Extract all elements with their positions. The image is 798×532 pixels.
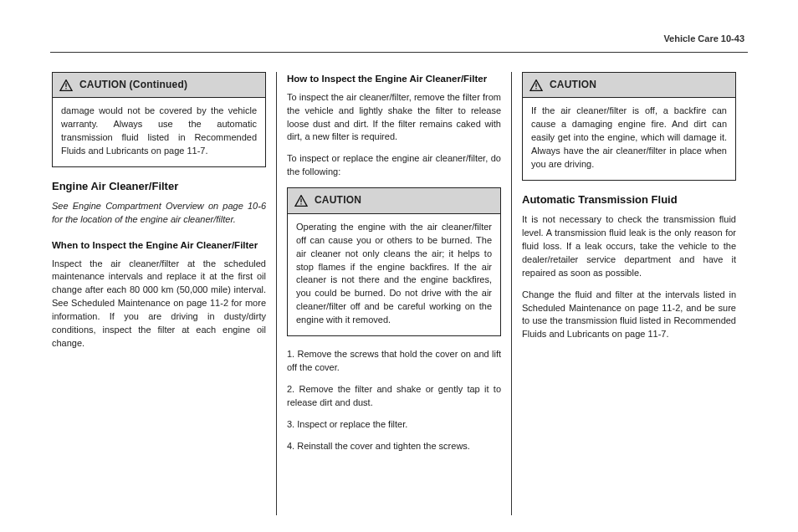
- caution-body: Operating the engine with the air cleane…: [288, 214, 500, 336]
- svg-rect-4: [535, 83, 536, 86]
- caution-label: CAUTION (Continued): [79, 78, 187, 92]
- step-3: 3. Inspect or replace the filter.: [287, 418, 501, 432]
- atf-change-text: Change the fluid and filter at the inter…: [522, 289, 736, 342]
- replace-intro-text: To inspect or replace the engine air cle…: [287, 152, 501, 179]
- atf-check-text: It is not necessary to check the transmi…: [522, 213, 736, 280]
- caution-burn-text: Operating the engine with the air cleane…: [296, 221, 492, 328]
- caution-header: CAUTION: [523, 73, 735, 98]
- warning-triangle-icon: [529, 79, 543, 91]
- column-1: CAUTION (Continued) damage would not be …: [52, 72, 276, 515]
- caution-box-burn: CAUTION Operating the engine with the ai…: [287, 187, 501, 336]
- svg-rect-3: [300, 203, 301, 204]
- step-1: 1. Remove the screws that hold the cover…: [287, 348, 501, 375]
- xref-overview: See Engine Compartment Overview on page …: [52, 200, 266, 227]
- caution-body: If the air cleaner/filter is off, a back…: [523, 98, 735, 180]
- svg-rect-1: [65, 88, 66, 89]
- svg-rect-0: [65, 83, 66, 86]
- running-head: Vehicle Care 10-43: [663, 33, 744, 43]
- section-heading-air-cleaner: Engine Air Cleaner/Filter: [52, 179, 266, 195]
- svg-rect-5: [535, 88, 536, 89]
- warning-triangle-icon: [59, 79, 73, 91]
- caution-header: CAUTION: [288, 188, 500, 213]
- inspect-schedule-text: Inspect the air cleaner/filter at the sc…: [52, 258, 266, 351]
- caution-body: damage would not be covered by the vehic…: [53, 98, 265, 166]
- subhead-how-inspect: How to Inspect the Engine Air Cleaner/Fi…: [287, 72, 501, 86]
- step-4: 4. Reinstall the cover and tighten the s…: [287, 440, 501, 453]
- manual-page: Vehicle Care 10-43 CAUTION (Continued) d…: [0, 0, 798, 532]
- caution-header: CAUTION (Continued): [53, 73, 265, 98]
- caution-box-backfire: CAUTION If the air cleaner/filter is off…: [522, 72, 736, 181]
- caution-label: CAUTION: [550, 78, 596, 92]
- step-2: 2. Remove the filter and shake or gently…: [287, 383, 501, 410]
- how-inspect-text: To inspect the air cleaner/filter, remov…: [287, 91, 501, 145]
- caution-continued-text: damage would not be covered by the vehic…: [61, 105, 257, 158]
- svg-rect-2: [300, 198, 301, 202]
- header-rule: [50, 52, 748, 53]
- subhead-when-inspect: When to Inspect the Engine Air Cleaner/F…: [52, 238, 266, 253]
- section-heading-atf: Automatic Transmission Fluid: [522, 192, 736, 208]
- column-2: How to Inspect the Engine Air Cleaner/Fi…: [277, 72, 511, 515]
- caution-box-continued: CAUTION (Continued) damage would not be …: [52, 72, 266, 167]
- caution-label: CAUTION: [315, 193, 361, 207]
- column-3: CAUTION If the air cleaner/filter is off…: [512, 72, 746, 515]
- warning-triangle-icon: [294, 195, 308, 207]
- caution-backfire-text: If the air cleaner/filter is off, a back…: [531, 105, 727, 171]
- columns-container: CAUTION (Continued) damage would not be …: [52, 72, 746, 515]
